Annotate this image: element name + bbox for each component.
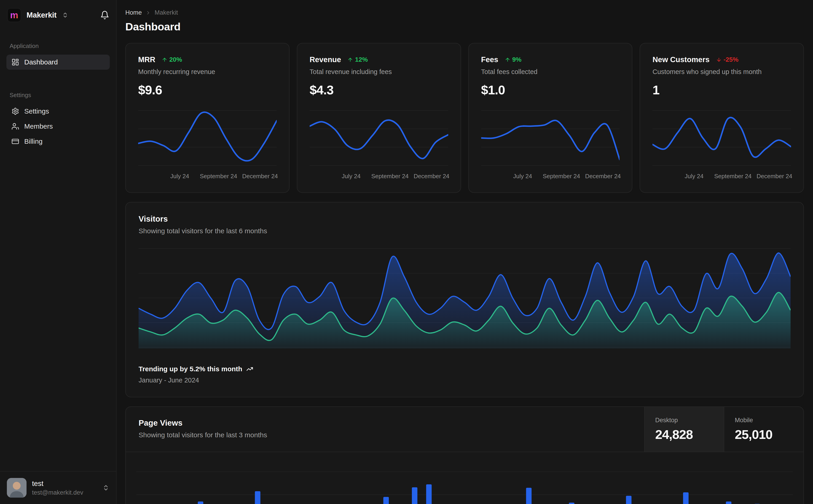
nav-section-label-application: Application — [10, 42, 106, 50]
stat-value: 1 — [653, 82, 791, 97]
arrow-up-icon — [162, 57, 167, 63]
stat-subtitle: Total fees collected — [481, 68, 620, 76]
toggle-label: Desktop — [655, 417, 724, 424]
workspace-header: m Makerkit — [0, 0, 116, 24]
visitors-trend-text: Trending up by 5.2% this month — [138, 365, 242, 373]
visitors-title: Visitors — [138, 214, 791, 223]
visitors-area-chart — [138, 247, 791, 350]
stat-cards-row: MRR 20% Monthly recurring revenue $9.6 J… — [125, 43, 804, 193]
breadcrumb: Home Makerkit — [125, 9, 804, 16]
workspace-name: Makerkit — [27, 11, 56, 19]
x-axis-label: December 24 — [242, 173, 278, 180]
sidebar-item-label: Members — [24, 122, 53, 130]
nav-section-label-settings: Settings — [10, 92, 106, 99]
stat-value: $4.3 — [310, 82, 448, 97]
stat-value: $1.0 — [481, 82, 620, 97]
gear-icon — [11, 107, 19, 115]
user-menu[interactable]: test test@makerkit.dev — [0, 471, 116, 504]
x-axis-label: September 24 — [714, 173, 752, 180]
sidebar-item-members[interactable]: Members — [6, 119, 110, 134]
layout-dashboard-icon — [11, 58, 19, 66]
chevrons-up-down-icon — [102, 484, 109, 491]
user-name: test — [32, 480, 97, 488]
breadcrumb-current: Makerkit — [154, 9, 178, 16]
page-views-card: Page Views Showing total visitors for th… — [125, 406, 804, 504]
trend-badge: -25% — [716, 56, 739, 63]
trend-badge: 20% — [162, 56, 182, 63]
sidebar-item-label: Dashboard — [24, 58, 58, 66]
toggle-mobile[interactable]: Mobile 25,010 — [724, 407, 803, 452]
x-axis-label: July 24 — [342, 173, 360, 180]
toggle-value: 25,010 — [735, 427, 803, 442]
x-axis-label: July 24 — [513, 173, 532, 180]
sidebar-item-billing[interactable]: Billing — [6, 134, 110, 149]
arrow-up-icon — [505, 57, 510, 63]
page-title: Dashboard — [125, 20, 804, 33]
stat-subtitle: Customers who signed up this month — [653, 68, 791, 76]
page-views-subtitle: Showing total visitors for the last 3 mo… — [138, 431, 632, 439]
chevron-right-icon — [145, 10, 151, 16]
stat-card-fees: Fees 9% Total fees collected $1.0 July 2… — [468, 43, 633, 193]
stat-card-mrr: MRR 20% Monthly recurring revenue $9.6 J… — [125, 43, 290, 193]
x-axis-label: July 24 — [685, 173, 704, 180]
trend-value: -25% — [724, 56, 739, 63]
sidebar-item-label: Settings — [24, 107, 49, 115]
sidebar-item-label: Billing — [24, 138, 43, 145]
visitors-subtitle: Showing total visitors for the last 6 mo… — [138, 227, 791, 235]
sidebar-item-settings[interactable]: Settings — [6, 104, 110, 119]
x-axis-label: July 24 — [170, 173, 189, 180]
page-views-bar-chart — [126, 452, 803, 504]
sidebar-nav: Application Dashboard Settings Settings … — [0, 42, 116, 149]
arrow-up-icon — [347, 57, 353, 63]
user-email: test@makerkit.dev — [32, 489, 97, 496]
toggle-label: Mobile — [735, 417, 803, 424]
trend-badge: 9% — [505, 56, 521, 63]
x-axis-label: December 24 — [757, 173, 792, 180]
sparkline-chart: July 24 September 24 December 24 — [653, 109, 791, 183]
sparkline-chart: July 24 September 24 December 24 — [138, 109, 277, 183]
sidebar-item-dashboard[interactable]: Dashboard — [6, 55, 110, 70]
x-axis-label: September 24 — [543, 173, 580, 180]
stat-card-new-customers: New Customers -25% Customers who signed … — [640, 43, 804, 193]
trend-value: 20% — [169, 56, 182, 63]
trend-value: 12% — [355, 56, 368, 63]
toggle-value: 24,828 — [655, 427, 724, 442]
logo-letter: m — [10, 11, 18, 20]
toggle-desktop[interactable]: Desktop 24,828 — [644, 407, 724, 452]
x-axis-label: December 24 — [585, 173, 621, 180]
bell-icon[interactable] — [100, 11, 109, 20]
makerkit-logo: m — [7, 8, 21, 22]
stat-subtitle: Total revenue including fees — [310, 68, 448, 76]
sidebar: m Makerkit Application Dashboard Setting… — [0, 0, 117, 504]
trend-value: 9% — [512, 56, 521, 63]
avatar — [7, 478, 27, 498]
x-axis-label: December 24 — [414, 173, 449, 180]
users-icon — [11, 122, 19, 130]
breadcrumb-home-link[interactable]: Home — [125, 9, 142, 16]
stat-title: New Customers — [653, 55, 709, 64]
stat-title: Revenue — [310, 55, 341, 64]
stat-value: $9.6 — [138, 82, 277, 97]
stat-subtitle: Monthly recurring revenue — [138, 68, 277, 76]
x-axis-label: September 24 — [371, 173, 408, 180]
chevrons-up-down-icon[interactable] — [62, 12, 68, 18]
sparkline-chart: July 24 September 24 December 24 — [481, 109, 620, 183]
trend-badge: 12% — [347, 56, 368, 63]
stat-card-revenue: Revenue 12% Total revenue including fees… — [297, 43, 461, 193]
page-views-title: Page Views — [138, 418, 632, 427]
credit-card-icon — [11, 138, 19, 145]
trending-up-icon — [246, 366, 253, 372]
x-axis-label: September 24 — [200, 173, 237, 180]
stat-title: Fees — [481, 55, 498, 64]
stat-title: MRR — [138, 55, 155, 64]
arrow-down-icon — [716, 57, 722, 63]
sparkline-chart: July 24 September 24 December 24 — [310, 109, 448, 183]
visitors-card: Visitors Showing total visitors for the … — [125, 202, 804, 397]
visitors-date-range: January - June 2024 — [138, 377, 791, 384]
main-content: Home Makerkit Dashboard MRR 20% Monthly … — [117, 0, 813, 504]
